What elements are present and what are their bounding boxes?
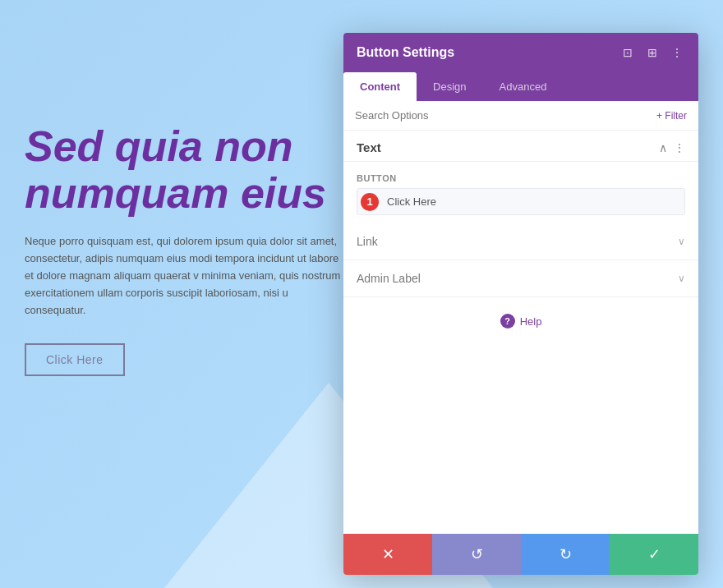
panel-header: Button Settings ⊡ ⊞ ⋮ — [343, 33, 698, 72]
link-section: Link ∨ — [343, 223, 698, 260]
refresh-button[interactable]: ↻ — [521, 534, 610, 575]
columns-icon[interactable]: ⊞ — [644, 44, 661, 61]
button-field-row: 1 — [357, 188, 685, 215]
button-text-input[interactable] — [384, 189, 684, 214]
help-text[interactable]: Help — [520, 315, 542, 328]
tab-advanced[interactable]: Advanced — [483, 72, 564, 101]
left-content-area: Sed quia non numquam eius Neque porro qu… — [25, 123, 349, 376]
button-field-label: Button — [357, 173, 685, 183]
text-section-title: Text — [357, 140, 381, 154]
admin-label-chevron-icon: ∨ — [678, 273, 685, 284]
link-label: Link — [357, 235, 378, 248]
section-more-icon[interactable]: ⋮ — [674, 141, 685, 154]
link-section-header[interactable]: Link ∨ — [343, 223, 698, 260]
tab-design[interactable]: Design — [417, 72, 482, 101]
link-chevron-icon: ∨ — [678, 236, 685, 247]
body-text: Neque porro quisquam est, qui dolorem ip… — [25, 233, 349, 319]
admin-label-section-header[interactable]: Admin Label ∨ — [343, 260, 698, 296]
save-button[interactable]: ✓ — [610, 534, 698, 575]
button-settings-panel: Button Settings ⊡ ⊞ ⋮ Content Design Adv… — [343, 33, 698, 575]
help-section: ? Help — [343, 297, 698, 345]
panel-title: Button Settings — [357, 45, 454, 60]
panel-tabs: Content Design Advanced — [343, 72, 698, 101]
help-question-icon[interactable]: ? — [500, 314, 515, 328]
search-input[interactable] — [355, 109, 656, 122]
panel-body: Text ∧ ⋮ Button 1 Link ∨ Admin Label — [343, 131, 698, 534]
canvas-click-here-button[interactable]: Click Here — [25, 343, 125, 376]
collapse-icon[interactable]: ∧ — [659, 141, 667, 154]
field-number-badge: 1 — [361, 193, 379, 211]
admin-label-text: Admin Label — [357, 272, 421, 285]
button-field-group: Button 1 — [343, 162, 698, 223]
panel-header-icons: ⊡ ⊞ ⋮ — [619, 44, 685, 61]
filter-button[interactable]: + Filter — [656, 110, 687, 122]
responsive-icon[interactable]: ⊡ — [619, 44, 636, 61]
cancel-button[interactable]: ✕ — [343, 534, 432, 575]
tab-content[interactable]: Content — [343, 72, 417, 101]
text-section-header: Text ∧ ⋮ — [343, 131, 698, 162]
search-bar: + Filter — [343, 101, 698, 131]
more-options-icon[interactable]: ⋮ — [669, 44, 685, 61]
section-header-icons: ∧ ⋮ — [659, 141, 685, 154]
page-heading: Sed quia non numquam eius — [25, 123, 349, 217]
reset-button[interactable]: ↺ — [432, 534, 521, 575]
admin-label-section: Admin Label ∨ — [343, 260, 698, 297]
panel-footer: ✕ ↺ ↻ ✓ — [343, 534, 698, 575]
